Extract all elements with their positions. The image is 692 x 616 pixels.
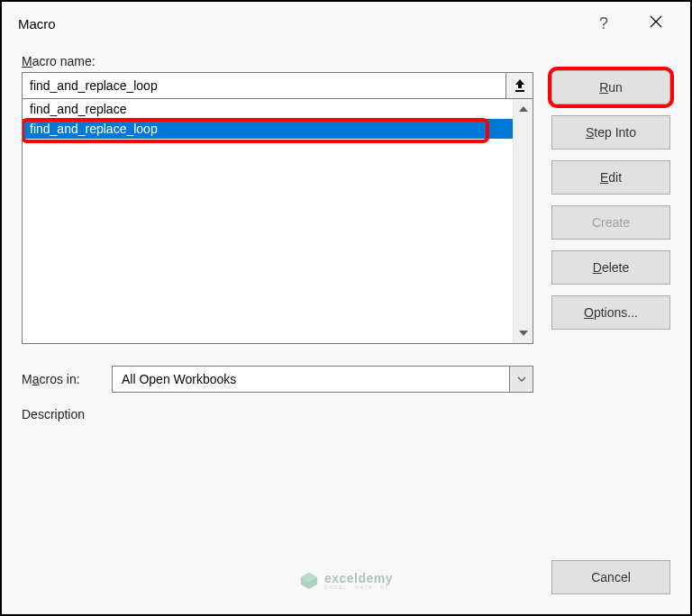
macro-list[interactable]: find_and_replace find_and_replace_loop: [22, 99, 533, 344]
watermark-brand: exceldemy: [324, 572, 393, 584]
scrollbar[interactable]: [513, 99, 533, 343]
step-into-button[interactable]: Step Into: [551, 115, 670, 149]
help-button[interactable]: ?: [586, 14, 622, 33]
dialog-title: Macro: [18, 16, 56, 32]
macro-name-action-button[interactable]: [506, 72, 533, 99]
macros-in-value: All Open Workbooks: [112, 366, 510, 393]
cancel-area: Cancel: [551, 560, 670, 594]
watermark: exceldemy EXCEL · DATA · BI: [299, 571, 393, 591]
macros-in-label: Macros in:: [22, 372, 101, 386]
scroll-up-icon[interactable]: [514, 99, 533, 119]
combo-dropdown-button[interactable]: [510, 366, 533, 393]
macro-dialog: Macro ? Macro name: find_and_replace fin…: [2, 2, 690, 614]
list-item[interactable]: find_and_replace: [23, 99, 513, 119]
svg-marker-4: [519, 106, 528, 112]
close-button[interactable]: [638, 14, 674, 33]
edit-button[interactable]: Edit: [551, 160, 670, 195]
cancel-button[interactable]: Cancel: [551, 560, 670, 594]
right-column: Run Step Into Edit Create Delete Options…: [551, 54, 670, 594]
chevron-down-icon: [517, 376, 526, 382]
macro-name-input[interactable]: [22, 72, 506, 99]
run-button[interactable]: Run: [551, 70, 670, 104]
close-icon: [649, 14, 663, 29]
macros-in-row: Macros in: All Open Workbooks: [22, 366, 533, 393]
macros-in-combo[interactable]: All Open Workbooks: [112, 366, 533, 393]
macro-name-label: Macro name:: [22, 54, 533, 68]
scroll-down-icon[interactable]: [514, 323, 533, 343]
watermark-tagline: EXCEL · DATA · BI: [324, 584, 393, 590]
macro-name-row: [22, 72, 533, 99]
list-item[interactable]: find_and_replace_loop: [23, 119, 513, 139]
titlebar: Macro ?: [2, 2, 690, 45]
create-button: Create: [551, 205, 670, 240]
svg-rect-3: [515, 90, 524, 92]
description-label: Description: [22, 407, 533, 421]
dialog-content: Macro name: find_and_replace find_and_re…: [2, 45, 690, 614]
watermark-icon: [299, 571, 319, 591]
jump-icon: [514, 79, 525, 92]
titlebar-buttons: ?: [586, 14, 674, 33]
svg-marker-2: [515, 79, 524, 88]
left-column: Macro name: find_and_replace find_and_re…: [22, 54, 533, 594]
delete-button[interactable]: Delete: [551, 250, 670, 285]
options-button[interactable]: Options...: [551, 295, 670, 330]
svg-marker-5: [519, 331, 528, 336]
